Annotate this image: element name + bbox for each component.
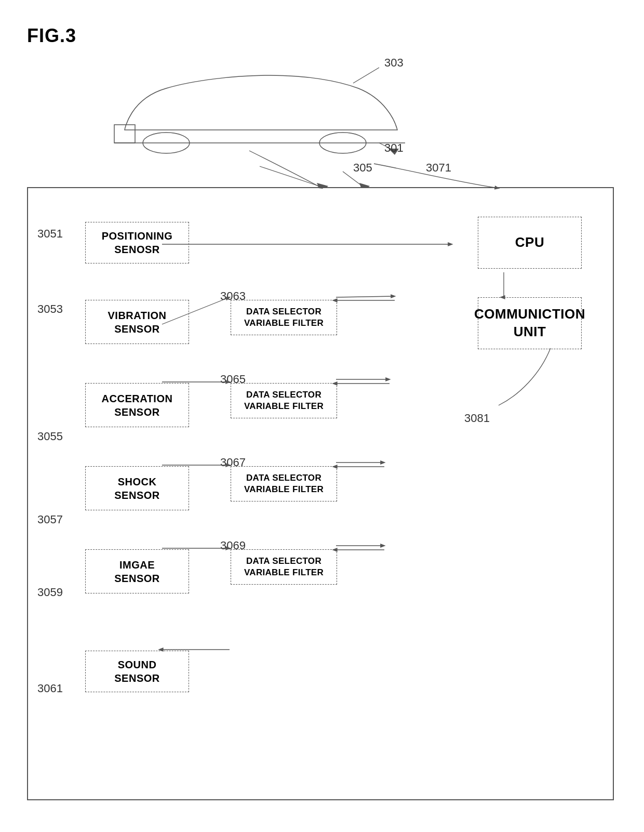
ref-305: 305 (353, 161, 372, 175)
acceration-sensor-box: ACCERATIONSENSOR (85, 383, 189, 427)
image-sensor-box: IMGAESENSOR (85, 549, 189, 593)
vibration-sensor-box: VIBRATIONSENSOR (85, 300, 189, 344)
svg-rect-3 (114, 125, 135, 143)
car-diagram (62, 47, 426, 177)
ref-303: 303 (384, 56, 404, 70)
ref-3057: 3057 (37, 513, 63, 526)
svg-line-4 (353, 68, 379, 83)
main-diagram-box: POSITIONINGSENOSR 3051 VIBRATIONSENSOR 3… (27, 187, 614, 800)
ref-3069: 3069 (220, 539, 246, 552)
ref-3061: 3061 (37, 682, 63, 695)
positioning-sensor-box: POSITIONINGSENOSR (85, 222, 189, 263)
filter-box-3063: DATA SELECTORVARIABLE FILTER (231, 300, 337, 335)
ref-301: 301 (384, 141, 404, 155)
ref-3081: 3081 (464, 412, 490, 425)
page: FIG.3 303 301 305 3071 (0, 0, 644, 832)
ref-3067: 3067 (220, 456, 246, 469)
sound-sensor-box: SOUNDSENSOR (85, 651, 189, 692)
ref-3051: 3051 (37, 227, 63, 241)
ref-3063: 3063 (220, 289, 246, 303)
ref-3071: 3071 (426, 161, 451, 175)
communication-unit-box: COMMUNICTIONUNIT (478, 297, 582, 349)
fig-label: FIG.3 (27, 25, 76, 47)
filter-box-3067: DATA SELECTORVARIABLE FILTER (231, 466, 337, 501)
ref-3059: 3059 (37, 586, 63, 599)
ref-3055: 3055 (37, 430, 63, 443)
cpu-box: CPU (478, 217, 582, 269)
ref-3065: 3065 (220, 373, 246, 386)
shock-sensor-box: SHOCKSENSOR (85, 466, 189, 510)
filter-box-3069: DATA SELECTORVARIABLE FILTER (231, 549, 337, 585)
filter-box-3065: DATA SELECTORVARIABLE FILTER (231, 383, 337, 418)
ref-3053: 3053 (37, 302, 63, 316)
